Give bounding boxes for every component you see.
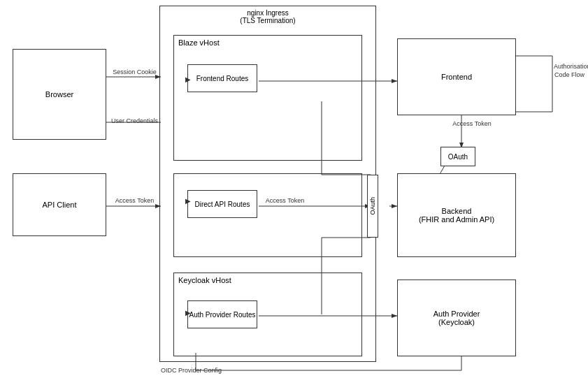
access-token-main-label: Access Token — [259, 197, 311, 204]
browser-label: Browser — [45, 90, 73, 99]
frontend-routes-box: Frontend Routes — [187, 64, 257, 92]
auth-provider-label: Auth Provider(Keycloak) — [433, 310, 480, 326]
oauth-small-box: OAuth — [440, 147, 475, 166]
access-token-api-label: Access Token — [108, 197, 161, 204]
direct-api-routes-inner-box: Direct API Routes — [187, 190, 257, 218]
keycloak-vhost-label: Keycloak vHost — [178, 276, 231, 284]
oauth-vertical-box: OAuth — [367, 175, 378, 238]
arrow-tip-auth-routes: ▶ — [185, 309, 191, 317]
auth-provider-routes-box: Auth Provider Routes — [187, 300, 257, 328]
authorisation-code-label: AuthorisationCode Flow — [554, 63, 585, 79]
arrow-tip-frontend-routes: ▶ — [185, 75, 191, 83]
oauth-small-label: OAuth — [448, 153, 468, 161]
frontend-box: Frontend — [397, 38, 516, 115]
api-client-box: API Client — [13, 173, 106, 236]
api-client-label: API Client — [43, 201, 77, 209]
direct-api-routes-label: Direct API Routes — [195, 201, 250, 208]
access-token-out-label: Access Token — [447, 120, 496, 127]
backend-label: Backend(FHIR and Admin API) — [419, 207, 494, 224]
blaze-vhost-box: Blaze vHost — [173, 35, 362, 161]
auth-provider-routes-label: Auth Provider Routes — [189, 311, 255, 319]
auth-provider-box: Auth Provider(Keycloak) — [397, 280, 516, 356]
session-cookie-label: Session Cookie — [108, 68, 161, 75]
oauth-vertical-label: OAuth — [369, 197, 376, 215]
user-credentials-label: User Credentials — [108, 117, 161, 124]
browser-box: Browser — [13, 49, 106, 140]
blaze-vhost-label: Blaze vHost — [178, 38, 220, 47]
frontend-label: Frontend — [441, 73, 472, 81]
backend-box: Backend(FHIR and Admin API) — [397, 173, 516, 257]
diagram: Browser API Client nginx Ingress(TLS Ter… — [0, 0, 588, 392]
frontend-routes-label: Frontend Routes — [196, 75, 249, 82]
arrow-tip-direct-api: ▶ — [185, 197, 191, 205]
oidc-provider-label: OIDC Provider Config — [161, 367, 252, 374]
nginx-label: nginx Ingress(TLS Termination) — [164, 9, 371, 24]
